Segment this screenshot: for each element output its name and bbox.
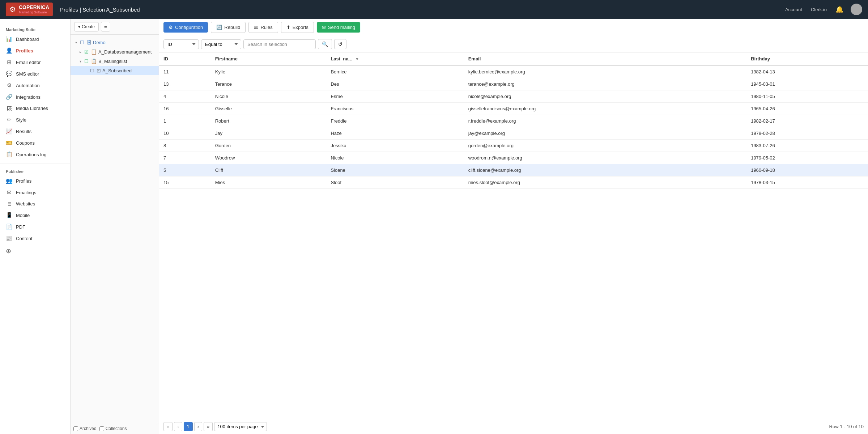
user-avatar[interactable]: [851, 4, 862, 15]
sidebar-item-coupons[interactable]: 🎫 Coupons: [0, 137, 70, 149]
filter-bar: ID Firstname Last_na... Email Birthday E…: [159, 36, 868, 52]
table-row[interactable]: 7WoodrowNicolewoodrom.n@example.org1979-…: [159, 152, 868, 164]
tree-sort-button[interactable]: ≡: [101, 22, 110, 31]
last-page-button[interactable]: »: [204, 422, 213, 431]
sidebar-item-email-editor[interactable]: ⊞ Email editor: [0, 56, 70, 68]
field-select[interactable]: ID Firstname Last_na... Email Birthday: [163, 39, 199, 49]
sidebar-item-sms-editor[interactable]: 💬 SMS editor: [0, 68, 70, 80]
next-page-button[interactable]: ›: [194, 422, 202, 431]
table-row[interactable]: 8GordenJessikagorden@example.org1983-07-…: [159, 140, 868, 152]
top-navigation: ⚙ COPERNICA Marketing Software Profiles …: [0, 0, 868, 19]
refresh-button[interactable]: ↺: [334, 39, 346, 49]
create-button[interactable]: ▾ Create: [74, 22, 99, 31]
table-row[interactable]: 16GisselleFranciscusgissellefranciscus@e…: [159, 103, 868, 115]
col-header-birthday[interactable]: Birthday: [746, 52, 868, 65]
sidebar-item-automation[interactable]: ⚙ Automation: [0, 80, 70, 91]
clerk-link[interactable]: Clerk.io: [811, 7, 827, 12]
search-button[interactable]: 🔍: [318, 39, 332, 49]
tree-node-a-subscribed[interactable]: ☐ ⊡ A_Subscribed: [71, 66, 159, 75]
exports-button[interactable]: ⬆ Exports: [281, 22, 314, 33]
cell-firstname: Woodrow: [211, 152, 327, 164]
logo-icon: ⚙: [9, 5, 16, 14]
sidebar-item-content[interactable]: 📰 Content: [0, 233, 70, 244]
tree-content: ▾ ☐ 🗄 Demo ▸ ☑ 📋 A_Databasemanagement ▾ …: [71, 35, 159, 423]
sidebar-item-dashboard[interactable]: 📊 Dashboard: [0, 33, 70, 45]
cell-email: cliff.sloane@example.org: [464, 164, 747, 176]
tree-node-b-mailings[interactable]: ▾ ☐ 📋 B_Mailingslist: [71, 56, 159, 66]
account-link[interactable]: Account: [785, 7, 802, 12]
cell-lastname: Jessika: [326, 140, 464, 152]
notifications-bell-icon[interactable]: 🔔: [835, 5, 843, 13]
rules-button[interactable]: ⚖ Rules: [248, 22, 278, 33]
collections-checkbox[interactable]: Collections: [99, 426, 127, 431]
rebuild-icon: 🔄: [216, 25, 222, 30]
archived-label: Archived: [80, 426, 97, 431]
col-header-id[interactable]: ID: [159, 52, 211, 65]
sidebar-item-label: Email editor: [16, 60, 41, 65]
configuration-button[interactable]: ⚙ Configuration: [163, 22, 208, 33]
table-row[interactable]: 1RobertFreddier.freddie@example.org1982-…: [159, 115, 868, 127]
table-row[interactable]: 15MiesSlootmies.sloot@example.org1978-03…: [159, 176, 868, 189]
search-input[interactable]: [243, 39, 316, 49]
sidebar-item-pub-profiles[interactable]: 👥 Profiles: [0, 175, 70, 187]
table-row[interactable]: 10JayHazejay@example.org1978-02-28: [159, 127, 868, 140]
logo[interactable]: ⚙ COPERNICA Marketing Software: [6, 3, 53, 16]
tree-node-demo[interactable]: ▾ ☐ 🗄 Demo: [71, 38, 159, 47]
sidebar-item-mobile[interactable]: 📱 Mobile: [0, 209, 70, 221]
config-label: Configuration: [175, 25, 203, 30]
cell-firstname: Terance: [211, 78, 327, 90]
tree-panel: ▾ Create ≡ ▾ ☐ 🗄 Demo ▸ ☑ 📋 A_Databasema…: [71, 19, 159, 434]
tree-footer: Archived Collections: [71, 423, 159, 434]
cell-birthday: 1965-04-26: [746, 103, 868, 115]
refresh-icon: ↺: [338, 41, 342, 47]
sidebar-item-label: Integrations: [16, 94, 41, 100]
page-1-button[interactable]: 1: [184, 422, 193, 431]
cell-id: 13: [159, 78, 211, 90]
col-header-firstname[interactable]: Firstname: [211, 52, 327, 65]
sidebar-item-integrations[interactable]: 🔗 Integrations: [0, 91, 70, 103]
row-count: Row 1 - 10 of 10: [829, 424, 864, 429]
archived-checkbox[interactable]: Archived: [73, 426, 97, 431]
table-row[interactable]: 5CliffSloanecliff.sloane@example.org1960…: [159, 164, 868, 176]
table-row[interactable]: 13TeranceDesterance@example.org1945-03-0…: [159, 78, 868, 90]
col-header-lastname[interactable]: Last_na... ▼: [326, 52, 464, 65]
sidebar-add-button[interactable]: ⊕: [6, 247, 11, 255]
col-header-email[interactable]: Email: [464, 52, 747, 65]
sidebar-item-label: Operations log: [16, 152, 47, 157]
sidebar-item-results[interactable]: 📈 Results: [0, 125, 70, 137]
expand-icon: ▾: [73, 41, 78, 44]
collections-checkbox-input[interactable]: [99, 426, 104, 431]
cell-firstname: Jay: [211, 127, 327, 140]
sidebar-item-websites[interactable]: 🖥 Websites: [0, 198, 70, 209]
rebuild-button[interactable]: 🔄 Rebuild: [211, 22, 246, 33]
sidebar-item-emailings[interactable]: ✉ Emailings: [0, 187, 70, 198]
collections-label: Collections: [106, 426, 127, 431]
sidebar-item-pdf[interactable]: 📄 PDF: [0, 221, 70, 233]
prev-page-button[interactable]: ‹: [174, 422, 182, 431]
table-row[interactable]: 4NicoleEsmenicole@example.org1980-11-05: [159, 90, 868, 103]
pub-profiles-icon: 👥: [6, 178, 12, 184]
collection-icon: 📋: [91, 49, 97, 55]
exports-icon: ⬆: [286, 25, 290, 30]
page-title: Profiles | Selection A_Subscribed: [60, 7, 140, 13]
table-row[interactable]: 11KylieBernicekylie.bernice@example.org1…: [159, 65, 868, 78]
operator-select[interactable]: Equal to Not equal to Contains Starts wi…: [201, 39, 241, 49]
websites-icon: 🖥: [6, 201, 12, 207]
cell-birthday: 1983-07-26: [746, 140, 868, 152]
cell-id: 8: [159, 140, 211, 152]
sidebar-item-style[interactable]: ✏ Style: [0, 114, 70, 125]
cell-lastname: Freddie: [326, 115, 464, 127]
tree-node-a-db-mgmt[interactable]: ▸ ☑ 📋 A_Databasemanagement: [71, 47, 159, 56]
send-mailing-button[interactable]: ✉ Send mailing: [317, 22, 360, 33]
per-page-select[interactable]: 10 items per page 25 items per page 50 i…: [214, 422, 267, 431]
cell-id: 11: [159, 65, 211, 78]
archived-checkbox-input[interactable]: [73, 426, 78, 431]
search-icon: 🔍: [322, 41, 328, 47]
cell-email: gissellefranciscus@example.org: [464, 103, 747, 115]
cell-firstname: Kylie: [211, 65, 327, 78]
first-page-button[interactable]: «: [163, 422, 173, 431]
main-toolbar: ⚙ Configuration 🔄 Rebuild ⚖ Rules ⬆ Expo…: [159, 19, 868, 36]
sidebar-item-media-libraries[interactable]: 🖼 Media Libraries: [0, 103, 70, 114]
sidebar-item-operations-log[interactable]: 📋 Operations log: [0, 149, 70, 160]
sidebar-item-profiles[interactable]: 👤 Profiles: [0, 45, 70, 56]
